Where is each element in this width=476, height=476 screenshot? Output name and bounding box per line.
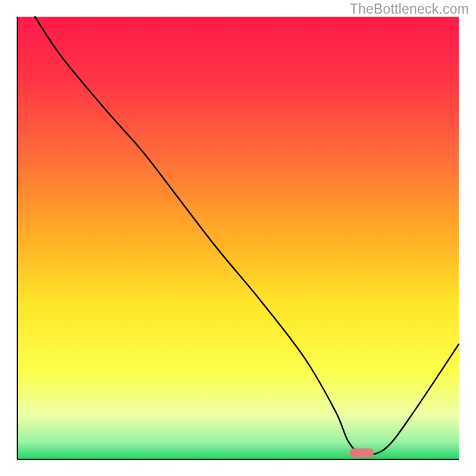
watermark-text: TheBottleneck.com bbox=[350, 1, 469, 17]
optimal-marker bbox=[349, 448, 374, 457]
bottleneck-chart bbox=[0, 0, 476, 476]
chart-container bbox=[0, 0, 476, 476]
